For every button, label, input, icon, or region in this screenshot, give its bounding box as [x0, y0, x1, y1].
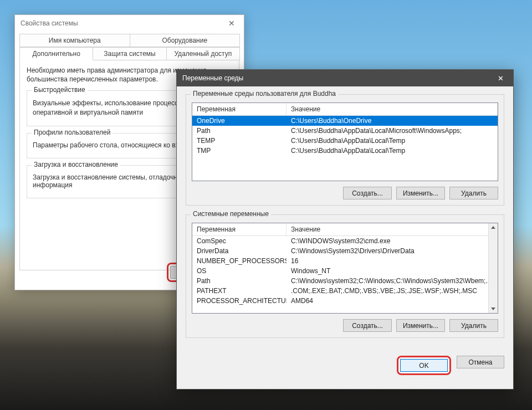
var-name: OS	[192, 266, 287, 276]
user-vars-legend: Переменные среды пользователя для Buddha	[191, 90, 338, 98]
var-name: Path	[192, 126, 287, 136]
var-name: Path	[192, 276, 287, 286]
var-value: 16	[287, 256, 498, 266]
var-value: Windows_NT	[287, 266, 498, 276]
col-variable[interactable]: Переменная	[192, 103, 287, 115]
var-name: PATHEXT	[192, 286, 287, 296]
sys-edit-button[interactable]: Изменить...	[396, 319, 445, 332]
table-row[interactable]: NUMBER_OF_PROCESSORS16	[192, 256, 498, 266]
var-name: PROCESSOR_ARCHITECTURE	[192, 296, 287, 306]
var-value: AMD64	[287, 296, 498, 306]
sysprops-titlebar[interactable]: Свойства системы ✕	[15, 15, 244, 32]
user-grid-header[interactable]: Переменная Значение	[192, 103, 498, 116]
scrollbar-vertical[interactable]	[488, 223, 498, 313]
env-bottom-buttons: OK Отмена	[177, 356, 513, 375]
var-name: OneDrive	[192, 116, 287, 126]
var-value: C:\Users\Buddha\AppData\Local\Microsoft\…	[287, 126, 498, 136]
env-titlebar[interactable]: Переменные среды ✕	[177, 70, 513, 86]
var-name: TMP	[192, 146, 287, 156]
tab-computer-name[interactable]: Имя компьютера	[19, 34, 130, 47]
table-row[interactable]: TMPC:\Users\Buddha\AppData\Local\Temp	[192, 146, 498, 156]
system-vars-legend: Системные переменные	[191, 210, 271, 218]
sysprops-tabs-row2: Дополнительно Защита системы Удаленный д…	[15, 47, 244, 60]
env-title: Переменные среды	[182, 74, 243, 82]
table-row[interactable]: OSWindows_NT	[192, 266, 498, 276]
table-row[interactable]: ComSpecC:\WINDOWS\system32\cmd.exe	[192, 236, 498, 246]
env-ok-button[interactable]: OK	[400, 359, 448, 372]
table-row[interactable]: PathC:\Users\Buddha\AppData\Local\Micros…	[192, 126, 498, 136]
user-vars-group: Переменные среды пользователя для Buddha…	[186, 94, 504, 206]
var-name: ComSpec	[192, 236, 287, 246]
table-row[interactable]: OneDriveC:\Users\Buddha\OneDrive	[192, 116, 498, 126]
tab-system-protection[interactable]: Защита системы	[93, 47, 166, 60]
sysprops-tabs-row1: Имя компьютера Оборудование	[15, 32, 244, 47]
col-variable[interactable]: Переменная	[192, 223, 287, 235]
user-delete-button[interactable]: Удалить	[449, 187, 498, 199]
var-name: DriverData	[192, 246, 287, 256]
var-value: C:\WINDOWS\system32\cmd.exe	[287, 236, 498, 246]
env-cancel-button[interactable]: Отмена	[457, 356, 504, 368]
tab-remote[interactable]: Удаленный доступ	[166, 47, 240, 60]
profiles-legend: Профили пользователей	[32, 129, 112, 136]
var-value: C:\Windows\System32\Drivers\DriverData	[287, 246, 498, 256]
table-row[interactable]: TEMPC:\Users\Buddha\AppData\Local\Temp	[192, 136, 498, 146]
sys-delete-button[interactable]: Удалить	[449, 319, 498, 332]
var-value: C:\Users\Buddha\OneDrive	[287, 116, 498, 126]
env-ok-highlight-ring: OK	[397, 356, 451, 375]
close-icon[interactable]: ✕	[219, 15, 244, 32]
table-row[interactable]: PROCESSOR_ARCHITECTUREAMD64	[192, 296, 498, 306]
table-row[interactable]: PathC:\Windows\system32;C:\Windows;C:\Wi…	[192, 276, 498, 286]
table-row[interactable]: DriverDataC:\Windows\System32\Drivers\Dr…	[192, 246, 498, 256]
user-new-button[interactable]: Создать...	[343, 187, 392, 199]
close-icon[interactable]: ✕	[488, 70, 513, 86]
user-edit-button[interactable]: Изменить...	[396, 187, 445, 199]
boot-legend: Загрузка и восстановление	[32, 161, 120, 168]
col-value[interactable]: Значение	[287, 103, 498, 115]
col-value[interactable]: Значение	[287, 223, 498, 235]
var-value: .COM;.EXE;.BAT;.CMD;.VBS;.VBE;.JS;.JSE;.…	[287, 286, 498, 296]
var-name: TEMP	[192, 136, 287, 146]
system-vars-grid[interactable]: Переменная Значение ComSpecC:\WINDOWS\sy…	[192, 223, 498, 314]
table-row[interactable]: PATHEXT.COM;.EXE;.BAT;.CMD;.VBS;.VBE;.JS…	[192, 286, 498, 296]
user-vars-grid[interactable]: Переменная Значение OneDriveC:\Users\Bud…	[192, 102, 498, 181]
sys-grid-header[interactable]: Переменная Значение	[192, 223, 498, 236]
performance-legend: Быстродействие	[32, 86, 88, 94]
var-value: C:\Users\Buddha\AppData\Local\Temp	[287, 146, 498, 156]
environment-variables-window: Переменные среды ✕ Переменные среды поль…	[176, 69, 514, 390]
var-value: C:\Windows\system32;C:\Windows;C:\Window…	[287, 276, 498, 286]
tab-advanced[interactable]: Дополнительно	[19, 47, 93, 60]
tab-hardware[interactable]: Оборудование	[130, 34, 241, 47]
var-name: NUMBER_OF_PROCESSORS	[192, 256, 287, 266]
system-vars-group: Системные переменные Переменная Значение…	[186, 214, 504, 338]
var-value: C:\Users\Buddha\AppData\Local\Temp	[287, 136, 498, 146]
sysprops-title: Свойства системы	[21, 19, 78, 27]
sys-new-button[interactable]: Создать...	[343, 319, 392, 332]
